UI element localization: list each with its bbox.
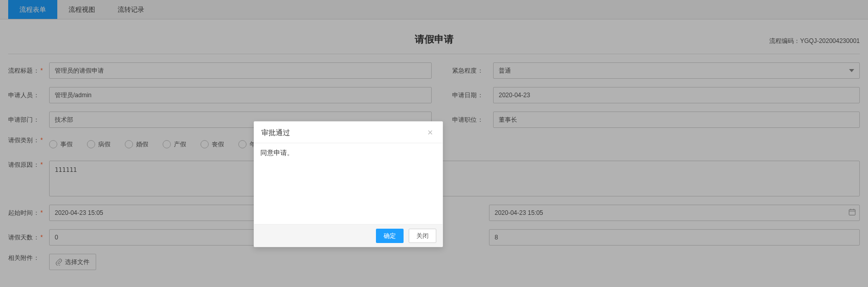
close-button[interactable]: 关闭 [409,229,436,243]
page-header: 请假申请 流程编码：YGQJ-202004230001 [8,26,860,54]
textarea-reason[interactable] [49,161,860,196]
label-flow-title: 流程标题：* [8,67,45,75]
input-apply-date[interactable] [493,87,860,103]
approval-comment-input[interactable] [260,148,436,219]
modal-footer: 确定 关闭 [254,224,442,247]
button-choose-file-label: 选择文件 [65,254,90,270]
input-end-time[interactable] [489,205,860,221]
radio-marriage[interactable]: 婚假 [125,140,148,149]
approval-modal: 审批通过 × 确定 关闭 [254,121,443,247]
label-days: 请假天数：* [8,233,45,242]
label-applicant: 申请人员： [8,91,45,100]
label-start-time: 起始时间：* [8,209,45,217]
radio-sick[interactable]: 病假 [87,140,110,149]
label-apply-date: 申请日期： [452,91,489,100]
label-leave-type: 请假类别：* [8,136,45,145]
input-position[interactable] [493,112,860,128]
tab-view[interactable]: 流程视图 [57,0,106,19]
flow-code-label: 流程编码： [769,37,800,45]
flow-code-value: YGQJ-202004230001 [800,37,860,45]
calendar-icon [849,209,856,217]
svg-rect-4 [849,210,855,215]
modal-title-bar: 审批通过 × [254,122,442,143]
tab-strip: 流程表单 流程视图 流转记录 [0,0,868,19]
label-reason: 请假原因：* [8,161,45,169]
input-applicant[interactable] [49,87,432,103]
radio-maternity[interactable]: 产假 [163,140,186,149]
confirm-button[interactable]: 确定 [376,229,404,243]
close-icon[interactable]: × [423,122,437,143]
modal-title: 审批通过 [261,128,290,137]
select-urgency[interactable]: 普通 [493,62,860,79]
page-title: 请假申请 [8,33,860,46]
label-attachment: 相关附件： [8,254,45,262]
label-position: 申请职位： [452,116,489,124]
radio-funeral[interactable]: 丧假 [201,140,224,149]
select-urgency-value: 普通 [499,67,511,74]
button-choose-file[interactable]: 选择文件 [49,254,96,270]
radio-personal[interactable]: 事假 [49,140,73,149]
input-days-right[interactable] [489,229,860,246]
label-dept: 申请部门： [8,116,45,124]
tab-history[interactable]: 流转记录 [106,0,155,19]
label-urgency: 紧急程度： [452,67,489,75]
tab-form[interactable]: 流程表单 [8,0,57,19]
input-flow-title[interactable] [49,62,432,79]
modal-body [254,143,442,224]
caret-down-icon [849,69,854,72]
flow-code: 流程编码：YGQJ-202004230001 [769,37,860,46]
paperclip-icon [56,258,62,266]
